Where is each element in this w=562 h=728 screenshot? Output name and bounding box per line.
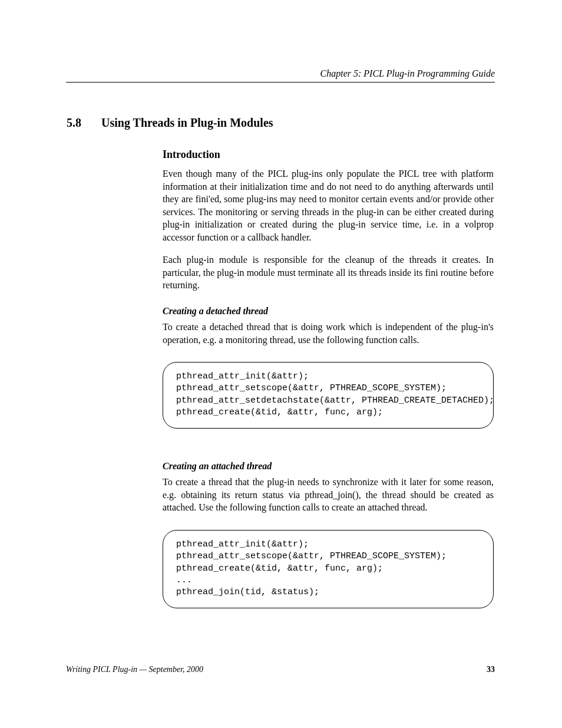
subheading-detached-thread: Creating a detached thread <box>163 306 268 317</box>
running-header-right: Chapter 5: PICL Plug-in Programming Guid… <box>320 68 495 79</box>
page-number: 33 <box>487 665 495 674</box>
footer-text: Writing PICL Plug-in — September, 2000 <box>66 665 203 674</box>
subheading-attached-thread: Creating an attached thread <box>163 461 272 472</box>
intro-paragraph-1: Even though many of the PICL plug-ins on… <box>163 167 494 244</box>
detached-thread-paragraph: To create a detached thread that is doin… <box>163 321 494 346</box>
attached-thread-paragraph: To create a thread that the plug-in need… <box>163 476 494 514</box>
header-rule <box>66 82 495 83</box>
subheading-introduction: Introduction <box>163 149 220 161</box>
section-number: 5.8 <box>67 116 81 129</box>
page-footer: Writing PICL Plug-in — September, 2000 3… <box>66 665 495 674</box>
code-block-detached: pthread_attr_init(&attr); pthread_attr_s… <box>163 362 494 429</box>
intro-paragraph-2: Each plug-in module is responsible for t… <box>163 253 494 292</box>
page: Chapter 5: PICL Plug-in Programming Guid… <box>0 0 562 728</box>
section-heading: 5.8 Using Threads in Plug-in Modules <box>67 116 273 130</box>
section-title: Using Threads in Plug-in Modules <box>101 116 273 129</box>
code-block-attached: pthread_attr_init(&attr); pthread_attr_s… <box>163 530 494 608</box>
